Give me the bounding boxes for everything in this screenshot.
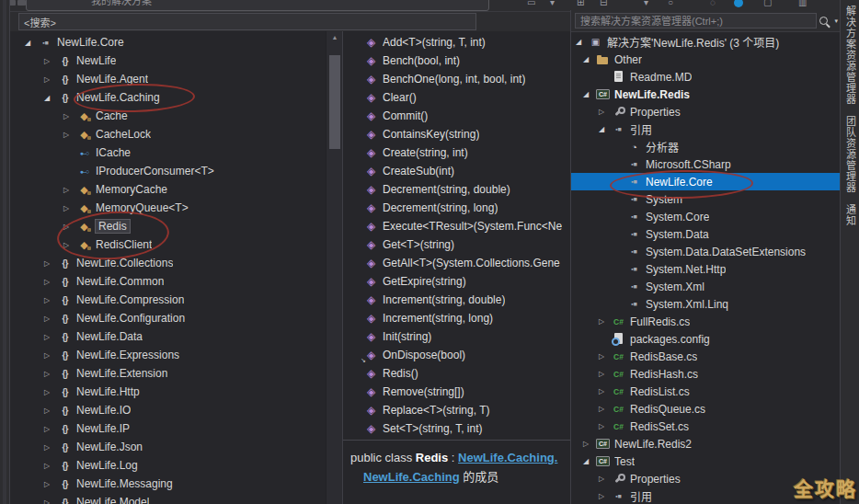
tree-item[interactable]: MemoryQueue<T>	[10, 199, 326, 217]
tree-item[interactable]: Test	[571, 452, 841, 470]
tree-item[interactable]: packages.config	[571, 330, 841, 348]
tree-item[interactable]: System	[571, 190, 841, 208]
expander-collapsed-icon[interactable]	[44, 333, 57, 341]
member-item[interactable]: CreateSub(int)	[343, 162, 571, 180]
member-item[interactable]: ContainsKey(string)	[343, 125, 571, 143]
tree-item[interactable]: 解决方案'NewLife.Redis' (3 个项目)	[571, 33, 841, 51]
tree-item[interactable]: NewLife.Model	[10, 493, 326, 504]
expander-collapsed-icon[interactable]	[63, 131, 76, 139]
member-item[interactable]: GetAll<T>(System.Collections.Gene	[343, 254, 571, 272]
expander-collapsed-icon[interactable]	[44, 278, 57, 286]
expander-collapsed-icon[interactable]	[44, 462, 57, 470]
expander-collapsed-icon[interactable]	[44, 296, 57, 304]
object-browser-search-input[interactable]	[18, 13, 476, 30]
expander-collapsed-icon[interactable]	[599, 475, 611, 483]
expander-collapsed-icon[interactable]	[44, 351, 57, 360]
tree-item[interactable]: NewLife.Http	[10, 383, 326, 401]
toolbar-icon[interactable]: ◌	[710, 0, 716, 7]
expander-collapsed-icon[interactable]	[63, 204, 76, 212]
vertical-tab[interactable]: 解决方案资源管理器	[843, 6, 858, 105]
member-item[interactable]: Create(string, int)	[343, 143, 571, 162]
tree-item[interactable]: Other	[571, 51, 841, 68]
scroll-up-icon[interactable]: ▲	[326, 34, 343, 40]
search-dropdown-icon[interactable]: ▾	[834, 17, 838, 25]
expander-collapsed-icon[interactable]	[44, 407, 57, 415]
member-item[interactable]: BenchOne(long, int, bool, int)	[343, 70, 571, 88]
expander-expanded-icon[interactable]	[576, 38, 588, 46]
member-item[interactable]: Add<T>(string, T, int)	[343, 33, 571, 52]
member-item[interactable]: GetExpire(string)	[343, 272, 571, 291]
expander-collapsed-icon[interactable]	[44, 259, 57, 268]
tree-item[interactable]: FullRedis.cs	[571, 313, 841, 330]
tree-item[interactable]: Redis	[10, 217, 326, 235]
member-item[interactable]: Commit()	[343, 107, 571, 125]
expander-collapsed-icon[interactable]	[583, 440, 595, 448]
toolbar-icon[interactable]: ▢	[763, 0, 772, 7]
expander-collapsed-icon[interactable]	[63, 112, 76, 120]
tree-item[interactable]: System.Xml.Linq	[571, 295, 841, 313]
tree-item[interactable]: MemoryCache	[10, 180, 326, 199]
expander-collapsed-icon[interactable]	[44, 388, 57, 396]
tree-item[interactable]: NewLife.Core	[10, 33, 326, 52]
expander-expanded-icon[interactable]	[583, 457, 595, 465]
sync-active-document-icon[interactable]	[734, 0, 743, 7]
tree-item[interactable]: NewLife.Configuration	[10, 309, 326, 327]
expander-collapsed-icon[interactable]	[599, 370, 611, 378]
toolbar-icon[interactable]: ⊞	[577, 0, 584, 7]
member-item[interactable]: Init(string)	[343, 327, 571, 346]
expander-collapsed-icon[interactable]	[599, 405, 611, 413]
member-item[interactable]: Increment(string, double)	[343, 291, 571, 309]
member-item[interactable]: Redis()	[343, 364, 571, 383]
tree-item[interactable]: System.Net.Http	[571, 260, 841, 278]
tree-item[interactable]: RedisSet.cs	[571, 418, 841, 435]
tree-item[interactable]: NewLife.Common	[10, 272, 326, 291]
expander-collapsed-icon[interactable]	[599, 317, 611, 326]
scrollbar-thumb[interactable]	[329, 55, 340, 149]
member-item[interactable]: Clear()	[343, 88, 571, 107]
tree-item[interactable]: Cache	[10, 107, 326, 125]
expander-collapsed-icon[interactable]	[63, 223, 76, 231]
vertical-tab[interactable]: 通知	[843, 204, 858, 226]
expander-collapsed-icon[interactable]	[44, 315, 57, 323]
expander-collapsed-icon[interactable]	[44, 425, 57, 433]
tree-item[interactable]: RedisBase.cs	[571, 348, 841, 365]
chevron-down-icon[interactable]: ▾	[550, 0, 555, 7]
member-item[interactable]: OnDispose(bool)	[343, 346, 571, 364]
tree-item[interactable]: NewLife.Core	[571, 173, 841, 190]
member-item[interactable]: Set<T>(string, T, int)	[343, 419, 571, 438]
expander-collapsed-icon[interactable]	[599, 387, 611, 395]
tree-item[interactable]: NewLife.Compression	[10, 291, 326, 309]
browse-scope-combobox[interactable]: 我的解决方案	[26, 0, 489, 11]
toolbar-icon[interactable]: ▭	[527, 0, 535, 7]
member-item[interactable]: Bench(bool, int)	[343, 52, 571, 70]
expander-collapsed-icon[interactable]	[63, 186, 76, 194]
base-type-link[interactable]: NewLife.Caching.	[458, 451, 557, 464]
expander-expanded-icon[interactable]	[25, 39, 38, 47]
tree-item[interactable]: NewLife.Caching	[10, 88, 326, 107]
member-item[interactable]: Increment(string, long)	[343, 309, 571, 327]
tree-item[interactable]: RedisList.cs	[571, 383, 841, 400]
expander-collapsed-icon[interactable]	[63, 241, 76, 249]
toolbar-icon[interactable]: ⊟	[600, 0, 607, 7]
tree-item[interactable]: 引用	[571, 120, 841, 138]
tree-item[interactable]: NewLife.Collections	[10, 254, 326, 272]
tree-item[interactable]: RedisHash.cs	[571, 365, 841, 383]
member-item[interactable]: Remove(string[])	[343, 383, 571, 401]
tree-item[interactable]: NewLife.Agent	[10, 70, 326, 88]
tree-item[interactable]: NewLife.Messaging	[10, 475, 326, 493]
member-item[interactable]: Get<T>(string)	[343, 235, 571, 254]
expander-expanded-icon[interactable]	[583, 90, 595, 98]
tree-item[interactable]: NewLife.Json	[10, 438, 326, 456]
tree-item[interactable]: RedisQueue.cs	[571, 400, 841, 418]
tree-item[interactable]: RedisClient	[10, 235, 326, 254]
expander-expanded-icon[interactable]	[44, 94, 57, 102]
member-item[interactable]: Decrement(string, long)	[343, 199, 571, 217]
tree-item[interactable]: ICache	[10, 143, 326, 162]
expander-collapsed-icon[interactable]	[44, 443, 57, 452]
tree-item[interactable]: Readme.MD	[571, 68, 841, 86]
member-item[interactable]: Execute<TResult>(System.Func<Ne	[343, 217, 571, 235]
tree-item[interactable]: NewLife.Data	[10, 327, 326, 346]
tree-item[interactable]: 分析器	[571, 138, 841, 155]
tree-item[interactable]: CacheLock	[10, 125, 326, 143]
properties-window-icon[interactable]: ▥	[798, 0, 807, 7]
